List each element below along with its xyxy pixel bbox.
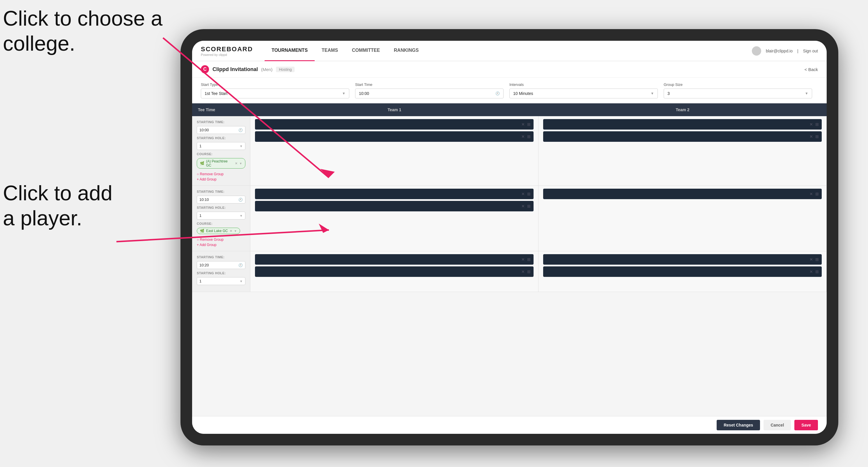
expand-icon-g2-2[interactable]: ⊞ xyxy=(527,204,531,209)
chevron-down-icon-group: ▼ xyxy=(805,91,808,95)
starting-hole-label-2: STARTING HOLE: xyxy=(197,206,245,209)
remove-icon-g3-2[interactable]: ✕ xyxy=(521,269,525,274)
starting-hole-label-3: STARTING HOLE: xyxy=(197,271,245,275)
starting-time-label-3: STARTING TIME: xyxy=(197,255,245,259)
brand-sub: Powered by clippd xyxy=(201,53,253,57)
expand-icon-g3-t2-1[interactable]: ⊞ xyxy=(815,257,819,262)
team2-cell-1: ✕ ⊞ ✕ ⊞ xyxy=(538,116,827,185)
add-group-2[interactable]: + Add Group xyxy=(197,243,245,247)
player-slot-g2-2-1[interactable]: ✕ ⊞ xyxy=(543,189,822,199)
header-tee-time: Tee Time xyxy=(192,103,250,116)
sign-out-link[interactable]: Sign out xyxy=(803,49,818,53)
starting-time-input-2[interactable]: 10:10 🕙 xyxy=(197,196,245,204)
player-slot-g3-2-1[interactable]: ✕ ⊞ xyxy=(543,254,822,264)
expand-icon-2[interactable]: ⊞ xyxy=(527,134,531,139)
start-time-input[interactable]: 10:00 🕙 xyxy=(355,89,503,98)
expand-icon-g2-1[interactable]: ⊞ xyxy=(527,192,531,196)
separator: | xyxy=(797,49,799,53)
user-avatar xyxy=(752,46,761,56)
starting-hole-select-2[interactable]: 1 ▼ xyxy=(197,212,245,220)
remove-icon-g2-2[interactable]: ✕ xyxy=(521,204,525,209)
start-type-label: Start Type xyxy=(201,83,349,87)
nav-link-teams[interactable]: TEAMS xyxy=(315,41,345,61)
start-time-label: Start Time xyxy=(355,83,503,87)
expand-icon-g3-2[interactable]: ⊞ xyxy=(527,269,531,274)
course-tag-row-2: 🌿 East Lake GC ✕ ▼ xyxy=(197,228,245,234)
expand-icon-g3-t2-2[interactable]: ⊞ xyxy=(815,269,819,274)
expand-icon[interactable]: ⊞ xyxy=(527,122,531,127)
starting-time-label-1: STARTING TIME: xyxy=(197,120,245,124)
course-remove-icon-1[interactable]: ✕ xyxy=(235,162,238,165)
reset-button[interactable]: Reset Changes xyxy=(717,420,760,430)
navbar: SCOREBOARD Powered by clippd TOURNAMENTS… xyxy=(192,41,827,61)
player-slot-1-2[interactable]: ✕ ⊞ xyxy=(255,131,533,142)
player-slot-1-1[interactable]: ✕ ⊞ xyxy=(255,119,533,130)
course-tag-1[interactable]: 🌿 (A) Peachtree GC ✕ ▼ xyxy=(197,158,245,168)
intervals-select[interactable]: 10 Minutes ▼ xyxy=(509,89,658,98)
group-row-1: STARTING TIME: 10:00 🕙 STARTING HOLE: 1 … xyxy=(192,116,827,186)
logo-icon: C xyxy=(201,65,209,73)
back-button[interactable]: < Back xyxy=(805,67,818,72)
cancel-button[interactable]: Cancel xyxy=(764,420,791,430)
expand-icon-g2-t2-1[interactable]: ⊞ xyxy=(815,192,819,196)
team2-cell-3: ✕ ⊞ ✕ ⊞ xyxy=(538,251,827,292)
tablet-screen: SCOREBOARD Powered by clippd TOURNAMENTS… xyxy=(192,41,827,434)
team1-cell-2: ✕ ⊞ ✕ ⊞ xyxy=(250,186,538,251)
player-slot-g2-1-2[interactable]: ✕ ⊞ xyxy=(255,201,533,211)
clock-icon: 🕙 xyxy=(495,91,500,95)
remove-icon-g2-t2-1[interactable]: ✕ xyxy=(809,192,813,196)
starting-hole-label-1: STARTING HOLE: xyxy=(197,136,245,140)
group-size-select[interactable]: 3 ▼ xyxy=(664,89,812,98)
player-slot-2-1[interactable]: ✕ ⊞ xyxy=(543,119,822,130)
start-type-select[interactable]: 1st Tee Start ▼ xyxy=(201,89,349,98)
player-slot-g3-1-1[interactable]: ✕ ⊞ xyxy=(255,254,533,264)
starting-hole-select-3[interactable]: 1 ▼ xyxy=(197,277,245,285)
group-row-3: STARTING TIME: 10:20 🕙 STARTING HOLE: 1 … xyxy=(192,251,827,292)
page-title-row: C Clippd Invitational (Men) Hosting xyxy=(201,65,294,73)
remove-icon-g3-1[interactable]: ✕ xyxy=(521,257,525,262)
course-remove-icon-2[interactable]: ✕ xyxy=(230,229,232,233)
course-tag-2[interactable]: 🌿 East Lake GC ✕ ▼ xyxy=(197,228,240,234)
nav-link-rankings[interactable]: RANKINGS xyxy=(387,41,426,61)
start-time-group: Start Time 10:00 🕙 xyxy=(355,83,509,98)
chevron-icon-3: ▼ xyxy=(240,280,243,283)
bottom-bar: Reset Changes Cancel Save xyxy=(192,416,827,434)
intervals-label: Intervals xyxy=(509,83,658,87)
chevron-down-icon: ▼ xyxy=(342,91,345,95)
remove-icon-t2-1[interactable]: ✕ xyxy=(809,122,813,127)
remove-icon-g2-1[interactable]: ✕ xyxy=(521,192,525,196)
team2-cell-2: ✕ ⊞ xyxy=(538,186,827,251)
starting-hole-select-1[interactable]: 1 ▼ xyxy=(197,142,245,150)
schedule-table: Tee Time Team 1 Team 2 STARTING TIME: 10… xyxy=(192,103,827,416)
course-label-2: COURSE: xyxy=(197,222,245,225)
remove-group-1[interactable]: ○ Remove Group xyxy=(197,172,245,176)
remove-player-icon[interactable]: ✕ xyxy=(521,122,525,127)
player-slot-g3-2-2[interactable]: ✕ ⊞ xyxy=(543,267,822,277)
player-slot-2-2[interactable]: ✕ ⊞ xyxy=(543,131,822,142)
nav-link-tournaments[interactable]: TOURNAMENTS xyxy=(265,41,315,61)
brand: SCOREBOARD Powered by clippd xyxy=(201,45,253,57)
nav-links: TOURNAMENTS TEAMS COMMITTEE RANKINGS xyxy=(265,41,752,61)
expand-icon-t2-2[interactable]: ⊞ xyxy=(815,134,819,139)
remove-icon-t2-2[interactable]: ✕ xyxy=(809,134,813,139)
save-button[interactable]: Save xyxy=(794,420,818,430)
player-slot-g2-1-1[interactable]: ✕ ⊞ xyxy=(255,189,533,199)
remove-icon-g3-t2-1[interactable]: ✕ xyxy=(809,257,813,262)
starting-time-input-3[interactable]: 10:20 🕙 xyxy=(197,261,245,269)
brand-name: SCOREBOARD xyxy=(201,45,253,53)
chevron-course-2: ▼ xyxy=(234,229,237,232)
player-slot-g3-1-2[interactable]: ✕ ⊞ xyxy=(255,267,533,277)
course-label-1: COURSE: xyxy=(197,152,245,156)
expand-icon-g3-1[interactable]: ⊞ xyxy=(527,257,531,262)
clock-icon-1: 🕙 xyxy=(238,128,243,132)
chevron-icon-1: ▼ xyxy=(240,145,243,148)
team1-cell-1: ✕ ⊞ ✕ ⊞ xyxy=(250,116,538,185)
page-header: C Clippd Invitational (Men) Hosting < Ba… xyxy=(192,61,827,78)
remove-group-2[interactable]: ○ Remove Group xyxy=(197,238,245,242)
starting-time-input-1[interactable]: 10:00 🕙 xyxy=(197,126,245,134)
expand-icon-t2-1[interactable]: ⊞ xyxy=(815,122,819,127)
remove-player-icon-2[interactable]: ✕ xyxy=(521,134,525,139)
add-group-1[interactable]: + Add Group xyxy=(197,177,245,181)
nav-link-committee[interactable]: COMMITTEE xyxy=(345,41,387,61)
remove-icon-g3-t2-2[interactable]: ✕ xyxy=(809,269,813,274)
